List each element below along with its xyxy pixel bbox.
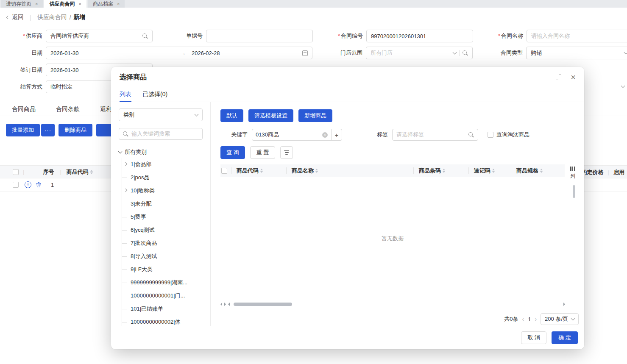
tab-contract-terms[interactable]: 合同条款 [56, 106, 80, 113]
tab-supplier-contract[interactable]: 供应商合同 × [44, 0, 86, 8]
tab-inventory-home[interactable]: 进销存首页 × [1, 0, 43, 8]
tree-item[interactable]: 1|食品部 [122, 158, 203, 171]
tree-item[interactable]: 8|导入测试 [122, 250, 203, 263]
product-grid-header: 商品代码 商品名称 商品条码 速记码 商品规格 [220, 164, 565, 177]
tab-selected[interactable]: 已选择(0) [142, 87, 167, 102]
settle-method-label: 结算方式 [0, 83, 46, 91]
search-button[interactable]: 查 询 [220, 146, 245, 159]
tree-item[interactable]: 101|已结账单 [122, 302, 203, 315]
tag-select-input[interactable]: 请选择标签 [392, 129, 478, 141]
sort-icon[interactable] [260, 169, 263, 173]
filter-row: 关键字 0130商品 × + 标签 请选择标签 查询淘汰商品 [220, 129, 584, 141]
supplier-label: 供应商 [0, 32, 46, 40]
total-count: 共0条 [504, 315, 518, 323]
tree-item[interactable]: 3|未分配 [122, 197, 203, 210]
fullscreen-icon[interactable] [556, 75, 561, 80]
filter-template-settings-button[interactable]: 筛选模板设置 [248, 109, 293, 122]
contract-type-select[interactable]: 购销 [526, 47, 627, 59]
tree-item[interactable]: 10000000000001|门... [122, 289, 203, 302]
chevron-right-icon [124, 162, 127, 166]
current-page[interactable]: 1 [528, 316, 531, 322]
close-tab-icon[interactable]: × [35, 1, 38, 6]
filter-list-icon-button[interactable] [280, 146, 293, 159]
keyword-label: 关键字 [231, 131, 248, 139]
chevron-down-icon[interactable] [453, 50, 457, 55]
delete-product-button[interactable]: 删除商品 [59, 124, 92, 136]
tree-item[interactable]: 9999999999999|湖南... [122, 276, 203, 289]
sort-icon[interactable] [540, 169, 543, 173]
category-type-select[interactable]: 类别 [119, 108, 203, 121]
column-settings-button[interactable]: 列 [568, 167, 577, 180]
horizontal-scrollbar[interactable] [220, 301, 565, 307]
col-code-header: 商品代码 [67, 168, 89, 176]
chevron-down-icon [195, 112, 199, 117]
prev-page-button[interactable]: ‹ [522, 316, 524, 322]
next-page-button[interactable]: › [535, 316, 537, 322]
back-button[interactable]: 返回 [7, 14, 24, 21]
sort-icon[interactable] [443, 169, 445, 173]
select-all-checkbox[interactable] [221, 168, 227, 174]
category-search-input[interactable]: 输入关键词搜索 [119, 128, 203, 140]
close-icon[interactable]: × [571, 73, 576, 81]
obsolete-filter[interactable]: 查询淘汰商品 [488, 131, 529, 139]
scrollbar-thumb[interactable] [234, 303, 292, 306]
page-size-select[interactable]: 200 条/页 [541, 313, 579, 325]
select-all-checkbox[interactable] [13, 169, 19, 175]
col-index-header: 序号 [43, 168, 54, 176]
add-keyword-button[interactable]: + [331, 129, 342, 140]
confirm-button[interactable]: 确 定 [552, 331, 578, 344]
scroll-left-icon[interactable] [220, 303, 222, 306]
scroll-left-icon[interactable] [228, 303, 230, 306]
tree-item[interactable]: 10000000000002|体 [122, 315, 203, 326]
search-icon[interactable] [463, 50, 468, 56]
tab-contract-products[interactable]: 合同商品 [12, 106, 36, 113]
contract-name-field[interactable]: 请输入合同名称 [527, 30, 627, 42]
tree-item[interactable]: 9|LF大类 [122, 263, 203, 276]
tab-list[interactable]: 列表 [120, 87, 131, 102]
date-range-field[interactable]: 2026-01-30 → 2026-02-28 [46, 47, 312, 59]
cancel-button[interactable]: 取 消 [521, 331, 546, 344]
doc-no-field[interactable] [206, 30, 313, 42]
row-checkbox[interactable] [13, 182, 19, 188]
search-icon[interactable] [142, 33, 148, 39]
col-price-header: 约定价格 [582, 169, 604, 176]
tree-item[interactable]: 10|散称类 [122, 184, 203, 197]
supplier-field[interactable]: 合同结算供应商 [46, 30, 153, 42]
store-range-field[interactable]: 所有门店 [366, 47, 473, 59]
tree-item[interactable]: 7|批次商品 [122, 236, 203, 250]
columns-icon [570, 167, 575, 171]
sort-icon[interactable] [315, 169, 318, 173]
scroll-right-icon[interactable] [563, 303, 565, 306]
close-tab-icon[interactable]: × [78, 1, 81, 6]
breadcrumb-divider: | [30, 14, 31, 21]
default-preset-button[interactable]: 默认 [220, 109, 243, 122]
tree-item[interactable]: 5|费事 [122, 210, 203, 223]
calendar-icon[interactable] [302, 50, 308, 56]
col-enable-header: 启用 [613, 169, 624, 176]
add-row-icon[interactable]: + [25, 181, 31, 188]
scroll-right-icon[interactable] [224, 303, 226, 306]
sort-icon[interactable] [90, 170, 93, 174]
search-icon[interactable] [468, 132, 474, 138]
clear-icon[interactable]: × [322, 132, 328, 138]
tab-product-archive[interactable]: 商品档案 × [88, 0, 125, 8]
close-tab-icon[interactable]: × [117, 1, 120, 6]
select-product-modal: 选择商品 × 列表 已选择(0) 类别 输入关键词搜索 所有类别 [111, 67, 584, 349]
keyword-input[interactable]: 0130商品 × + [252, 129, 342, 141]
category-tree: 所有类别 1|食品部 2|pos品 10|散称类 3|未分配 5|费事 6|yc… [119, 147, 203, 326]
vertical-scrollbar[interactable] [573, 185, 575, 198]
sort-icon[interactable] [492, 169, 495, 173]
more-actions-button[interactable]: ··· [41, 124, 55, 136]
contract-no-field[interactable]: 997020001202601301 [366, 30, 473, 42]
contract-name-label: 合同名称 [473, 32, 527, 40]
chevron-down-icon [624, 50, 627, 55]
batch-add-button[interactable]: 批量添加 [6, 124, 40, 136]
tree-root-all-categories[interactable]: 所有类别 [119, 147, 203, 158]
tree-item[interactable]: 2|pos品 [122, 171, 203, 184]
tree-item[interactable]: 6|ycq测试 [122, 223, 203, 236]
add-product-button[interactable]: 新增商品 [298, 109, 332, 122]
obsolete-checkbox[interactable] [488, 132, 493, 138]
trash-icon[interactable] [36, 182, 42, 188]
reset-button[interactable]: 重 置 [250, 146, 276, 159]
page-title: 新增 [74, 14, 86, 21]
